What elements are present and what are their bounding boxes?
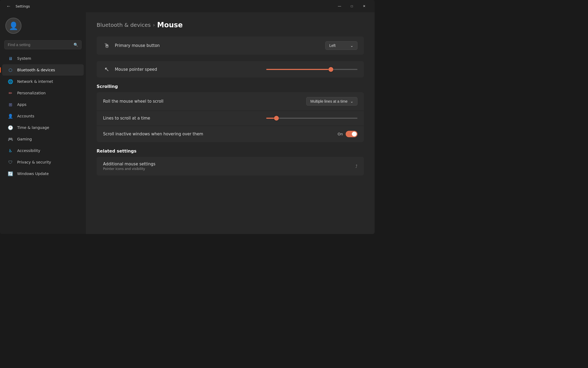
- pointer-speed-card: ↖ Mouse pointer speed: [97, 61, 364, 77]
- roll-mouse-card: Roll the mouse wheel to scroll Multiple …: [97, 92, 364, 110]
- scroll-inactive-toggle-container: On: [338, 131, 357, 137]
- lines-scroll-slider-container: [266, 118, 357, 119]
- accounts-icon: 👤: [8, 113, 13, 119]
- sidebar-item-label-apps: Apps: [17, 102, 27, 107]
- avatar[interactable]: 👤: [5, 18, 21, 34]
- titlebar-title: Settings: [16, 4, 30, 8]
- mouse-icon: 🖱: [103, 42, 111, 49]
- back-button[interactable]: ←: [4, 2, 13, 10]
- sidebar-item-system[interactable]: 🖥 System: [2, 53, 84, 64]
- sidebar-item-update[interactable]: 🔄 Windows Update: [2, 168, 84, 179]
- scroll-inactive-left: Scroll inactive windows when hovering ov…: [103, 132, 203, 136]
- lines-scroll-slider[interactable]: [266, 118, 357, 119]
- roll-mouse-left: Roll the mouse wheel to scroll: [103, 99, 163, 104]
- content-area: 👤 🔍 🖥 System ⬡ Bluetooth & devices 🌐: [0, 12, 375, 234]
- pointer-speed-slider-container: [266, 69, 357, 70]
- main-content: Bluetooth & devices › Mouse 🖱 Primary mo…: [86, 12, 375, 234]
- sidebar-item-privacy[interactable]: 🛡 Privacy & security: [2, 157, 84, 168]
- primary-mouse-dropdown[interactable]: Left ⌄: [325, 41, 357, 50]
- breadcrumb-current: Mouse: [157, 21, 183, 29]
- pointer-speed-label: Mouse pointer speed: [115, 67, 157, 72]
- additional-mouse-card[interactable]: Additional mouse settings Pointer icons …: [97, 157, 364, 176]
- gaming-icon: 🎮: [8, 136, 13, 142]
- roll-mouse-label: Roll the mouse wheel to scroll: [103, 99, 163, 104]
- sidebar-item-personalization[interactable]: ✏️ Personalization: [2, 87, 84, 99]
- sidebar-item-label-accessibility: Accessibility: [17, 148, 40, 153]
- related-settings-header: Related settings: [97, 148, 364, 154]
- settings-window: ← Settings — □ ✕ 👤 🔍 🖥 System: [0, 0, 375, 234]
- sidebar-nav: 🖥 System ⬡ Bluetooth & devices 🌐 Network…: [0, 53, 86, 231]
- sidebar-item-network[interactable]: 🌐 Network & internet: [2, 76, 84, 87]
- chevron-down-icon: ⌄: [350, 43, 353, 48]
- pointer-speed-left: ↖ Mouse pointer speed: [103, 66, 157, 73]
- scroll-inactive-toggle[interactable]: [346, 131, 357, 137]
- primary-mouse-left: 🖱 Primary mouse button: [103, 42, 160, 49]
- additional-mouse-text: Additional mouse settings Pointer icons …: [103, 162, 155, 171]
- sidebar-item-label-personalization: Personalization: [17, 91, 46, 95]
- accessibility-icon: ♿: [8, 148, 13, 154]
- lines-scroll-label: Lines to scroll at a time: [103, 116, 150, 121]
- lines-scroll-left: Lines to scroll at a time: [103, 116, 150, 121]
- sidebar-item-label-time: Time & language: [17, 125, 49, 130]
- primary-mouse-value: Left: [329, 43, 335, 48]
- primary-mouse-card: 🖱 Primary mouse button Left ⌄: [97, 36, 364, 55]
- sidebar-item-label-bluetooth: Bluetooth & devices: [17, 68, 55, 72]
- user-avatar-section: 👤: [0, 16, 86, 39]
- time-icon: 🕐: [8, 125, 13, 131]
- sidebar-item-time[interactable]: 🕐 Time & language: [2, 122, 84, 133]
- sidebar-item-accessibility[interactable]: ♿ Accessibility: [2, 145, 84, 156]
- sidebar-item-label-network: Network & internet: [17, 79, 53, 84]
- scrolling-section-header: Scrolling: [97, 84, 364, 89]
- bluetooth-icon: ⬡: [8, 67, 13, 73]
- sidebar-item-label-accounts: Accounts: [17, 114, 34, 118]
- scrolling-section: Roll the mouse wheel to scroll Multiple …: [97, 92, 364, 142]
- additional-mouse-sublabel: Pointer icons and visibility: [103, 167, 155, 171]
- sidebar-item-label-system: System: [17, 56, 31, 61]
- additional-mouse-label: Additional mouse settings: [103, 162, 155, 166]
- breadcrumb-parent[interactable]: Bluetooth & devices: [97, 22, 151, 28]
- maximize-button[interactable]: □: [346, 2, 358, 10]
- sidebar-item-bluetooth[interactable]: ⬡ Bluetooth & devices: [2, 64, 84, 76]
- pointer-speed-section: ↖ Mouse pointer speed: [97, 61, 364, 77]
- network-icon: 🌐: [8, 79, 13, 84]
- apps-icon: ⊞: [8, 102, 13, 107]
- chevron-down-icon-2: ⌄: [350, 99, 353, 103]
- sidebar-item-label-update: Windows Update: [17, 172, 49, 176]
- external-link-icon: ⤴: [355, 164, 357, 169]
- breadcrumb-separator: ›: [153, 22, 155, 28]
- search-box[interactable]: 🔍: [4, 40, 82, 49]
- breadcrumb: Bluetooth & devices › Mouse: [97, 21, 364, 29]
- pointer-speed-slider[interactable]: [266, 69, 357, 70]
- lines-scroll-card: Lines to scroll at a time: [97, 111, 364, 125]
- roll-mouse-dropdown[interactable]: Multiple lines at a time ⌄: [306, 97, 357, 106]
- sidebar-item-gaming[interactable]: 🎮 Gaming: [2, 133, 84, 145]
- sidebar-item-apps[interactable]: ⊞ Apps: [2, 99, 84, 110]
- titlebar: ← Settings — □ ✕: [0, 0, 375, 12]
- scroll-inactive-label: Scroll inactive windows when hovering ov…: [103, 132, 203, 136]
- pointer-icon: ↖: [103, 66, 111, 73]
- scroll-inactive-toggle-label: On: [338, 132, 343, 136]
- titlebar-left: ← Settings: [4, 2, 30, 10]
- roll-mouse-value: Multiple lines at a time: [310, 99, 348, 103]
- privacy-icon: 🛡: [8, 159, 13, 165]
- related-settings-section: Additional mouse settings Pointer icons …: [97, 157, 364, 176]
- additional-mouse-left: Additional mouse settings Pointer icons …: [103, 162, 155, 171]
- user-icon: 👤: [9, 21, 18, 30]
- titlebar-controls: — □ ✕: [333, 2, 370, 10]
- minimize-button[interactable]: —: [333, 2, 346, 10]
- update-icon: 🔄: [8, 171, 13, 177]
- primary-mouse-label: Primary mouse button: [115, 43, 160, 48]
- sidebar: 👤 🔍 🖥 System ⬡ Bluetooth & devices 🌐: [0, 12, 86, 234]
- sidebar-item-accounts[interactable]: 👤 Accounts: [2, 110, 84, 122]
- scroll-inactive-card: Scroll inactive windows when hovering ov…: [97, 126, 364, 142]
- personalization-icon: ✏️: [8, 90, 13, 96]
- search-icon: 🔍: [74, 43, 78, 47]
- close-button[interactable]: ✕: [358, 2, 370, 10]
- primary-mouse-section: 🖱 Primary mouse button Left ⌄: [97, 36, 364, 55]
- search-input[interactable]: [8, 43, 71, 47]
- sidebar-item-label-gaming: Gaming: [17, 137, 32, 141]
- system-icon: 🖥: [8, 55, 13, 61]
- sidebar-item-label-privacy: Privacy & security: [17, 160, 51, 164]
